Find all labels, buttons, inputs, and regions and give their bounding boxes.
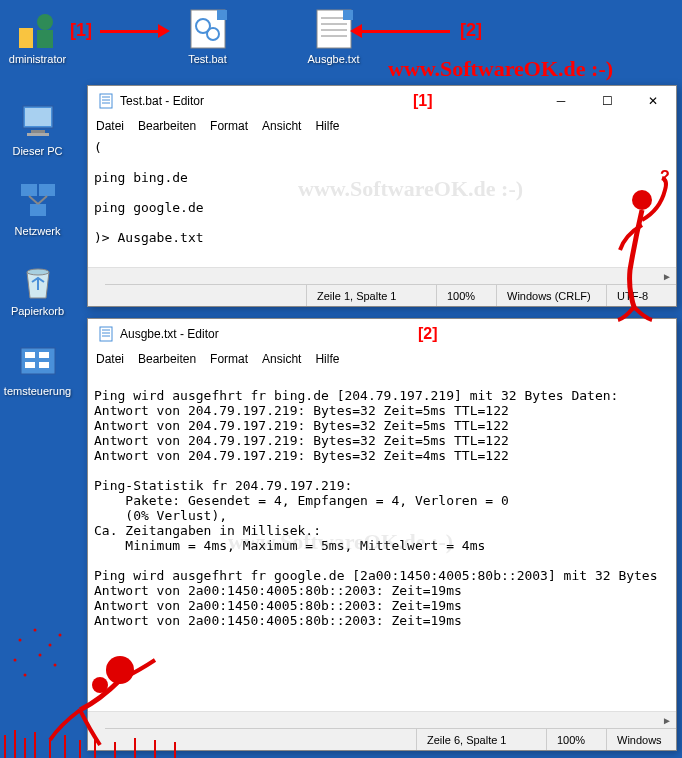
status-eol: Windows (CRLF) (496, 285, 606, 306)
annotation-1-top: [1] (70, 20, 92, 41)
svg-rect-32 (100, 327, 112, 341)
window-title: Ausgbe.txt - Editor (120, 327, 672, 341)
svg-point-53 (34, 629, 37, 632)
network-icon (17, 180, 59, 222)
svg-point-55 (14, 659, 17, 662)
desktop-icon-netzwerk[interactable]: Netzwerk (0, 180, 75, 237)
desktop-icon-papierkorb[interactable]: Papierkorb (0, 260, 75, 317)
svg-line-20 (29, 196, 38, 204)
menu-ansicht[interactable]: Ansicht (262, 352, 301, 366)
scroll-right-icon[interactable]: ► (662, 271, 672, 282)
desktop-icon-administrator[interactable]: dministrator (0, 8, 75, 65)
svg-rect-14 (25, 108, 51, 126)
svg-point-59 (54, 664, 57, 667)
bat-file-icon (187, 8, 229, 50)
status-pos: Zeile 1, Spalte 1 (306, 285, 436, 306)
status-pos: Zeile 6, Spalte 1 (416, 729, 546, 750)
menu-datei[interactable]: Datei (96, 119, 124, 133)
svg-point-58 (24, 674, 27, 677)
arrow-right-icon (100, 30, 160, 33)
editor-window-1: Test.bat - Editor ─ ☐ ✕ [1] Datei Bearbe… (87, 85, 677, 307)
txt-file-icon (313, 8, 355, 50)
this-pc-icon (17, 100, 59, 142)
menu-bearbeiten[interactable]: Bearbeiten (138, 119, 196, 133)
svg-rect-26 (25, 362, 35, 368)
menu-hilfe[interactable]: Hilfe (315, 352, 339, 366)
minimize-button[interactable]: ─ (538, 86, 584, 116)
notepad-icon (98, 326, 114, 342)
menu-hilfe[interactable]: Hilfe (315, 119, 339, 133)
scroll-left-icon[interactable]: ◄ (92, 715, 102, 726)
status-zoom: 100% (546, 729, 606, 750)
svg-rect-25 (39, 352, 49, 358)
svg-rect-23 (21, 348, 55, 374)
menu-format[interactable]: Format (210, 352, 248, 366)
svg-point-1 (37, 14, 53, 30)
svg-rect-27 (39, 362, 49, 368)
status-enc: UTF-8 (606, 285, 676, 306)
svg-point-54 (49, 644, 52, 647)
watermark-top: www.SoftwareOK.de :-) (388, 56, 613, 82)
scroll-left-icon[interactable]: ◄ (92, 271, 102, 282)
status-eol: Windows (606, 729, 676, 750)
desktop-icon-systemsteuerung[interactable]: temsteuerung (0, 340, 75, 397)
arrow-left-icon (360, 30, 450, 33)
svg-rect-12 (343, 10, 353, 20)
horizontal-scrollbar[interactable]: ◄ ► (88, 267, 676, 284)
desktop-icon-dieserpc[interactable]: Dieser PC (0, 100, 75, 157)
icon-label: Papierkorb (0, 305, 75, 317)
title-bar[interactable]: Ausgbe.txt - Editor (88, 319, 676, 349)
scroll-right-icon[interactable]: ► (662, 715, 672, 726)
menu-ansicht[interactable]: Ansicht (262, 119, 301, 133)
icon-label: Netzwerk (0, 225, 75, 237)
svg-rect-6 (217, 10, 227, 20)
maximize-button[interactable]: ☐ (584, 86, 630, 116)
svg-point-56 (39, 654, 42, 657)
menu-bearbeiten[interactable]: Bearbeiten (138, 352, 196, 366)
icon-label: Ausgbe.txt (296, 53, 371, 65)
editor-content[interactable]: Ping wird ausgefhrt fr bing.de [204.79.1… (88, 369, 676, 711)
svg-rect-16 (27, 133, 49, 136)
status-zoom: 100% (436, 285, 496, 306)
svg-rect-17 (21, 184, 37, 196)
svg-point-52 (19, 639, 22, 642)
menu-bar: Datei Bearbeiten Format Ansicht Hilfe (88, 349, 676, 369)
svg-rect-24 (25, 352, 35, 358)
editor-window-2: Ausgbe.txt - Editor [2] Datei Bearbeiten… (87, 318, 677, 751)
recycle-bin-icon (17, 260, 59, 302)
svg-rect-28 (100, 94, 112, 108)
icon-label: temsteuerung (0, 385, 75, 397)
horizontal-scrollbar[interactable]: ◄ ► (88, 711, 676, 728)
svg-rect-0 (19, 28, 33, 48)
annotation-2-window: [2] (418, 325, 438, 343)
annotation-2-top: [2] (460, 20, 482, 41)
menu-format[interactable]: Format (210, 119, 248, 133)
icon-label: Dieser PC (0, 145, 75, 157)
close-button[interactable]: ✕ (630, 86, 676, 116)
status-bar: Zeile 1, Spalte 1 100% Windows (CRLF) UT… (88, 284, 676, 306)
svg-line-21 (38, 196, 47, 204)
icon-label: dministrator (0, 53, 75, 65)
svg-point-57 (59, 634, 62, 637)
title-bar[interactable]: Test.bat - Editor ─ ☐ ✕ (88, 86, 676, 116)
svg-rect-15 (31, 130, 45, 133)
user-admin-icon (17, 8, 59, 50)
desktop-icon-testbat[interactable]: Test.bat (170, 8, 245, 65)
svg-rect-18 (39, 184, 55, 196)
svg-rect-2 (37, 30, 53, 48)
menu-bar: Datei Bearbeiten Format Ansicht Hilfe (88, 116, 676, 136)
editor-content[interactable]: ( ping bing.de ping google.de )> Ausgabe… (88, 136, 676, 267)
svg-rect-19 (30, 204, 46, 216)
svg-point-22 (27, 269, 49, 275)
menu-datei[interactable]: Datei (96, 352, 124, 366)
status-bar: Zeile 6, Spalte 1 100% Windows (88, 728, 676, 750)
icon-label: Test.bat (170, 53, 245, 65)
annotation-1-window: [1] (413, 92, 433, 110)
control-panel-icon (17, 340, 59, 382)
notepad-icon (98, 93, 114, 109)
